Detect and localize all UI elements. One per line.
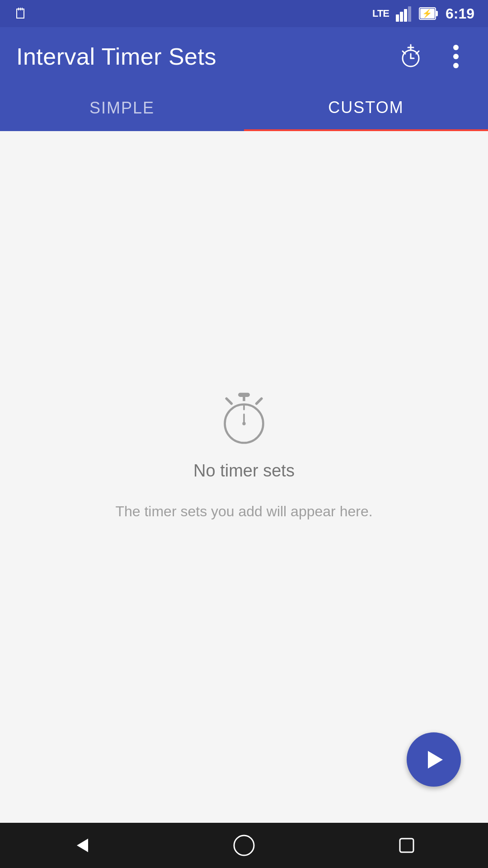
bottom-nav bbox=[0, 823, 488, 868]
home-button[interactable] bbox=[226, 827, 262, 863]
svg-rect-3 bbox=[408, 6, 411, 22]
status-time: 6:19 bbox=[446, 5, 474, 22]
status-icons-right: LTE ⚡ 6:19 bbox=[372, 5, 474, 22]
svg-point-16 bbox=[453, 54, 459, 59]
svg-rect-0 bbox=[396, 14, 399, 22]
content-area: No timer sets The timer sets you add wil… bbox=[0, 131, 488, 823]
battery-icon: ⚡ bbox=[419, 5, 439, 22]
more-options-button[interactable] bbox=[440, 41, 472, 72]
svg-line-21 bbox=[257, 399, 262, 404]
svg-rect-1 bbox=[400, 12, 403, 22]
tab-simple[interactable]: SIMPLE bbox=[0, 86, 244, 131]
notepad-icon: 🗒 bbox=[14, 5, 28, 22]
svg-rect-2 bbox=[404, 9, 407, 22]
add-alarm-icon bbox=[398, 44, 423, 69]
app-bar-actions bbox=[395, 41, 472, 72]
signal-icon bbox=[396, 5, 412, 22]
svg-text:⚡: ⚡ bbox=[422, 9, 432, 19]
play-icon bbox=[422, 747, 446, 772]
timer-icon-container bbox=[215, 389, 273, 448]
tab-custom[interactable]: CUSTOM bbox=[244, 86, 488, 131]
svg-line-14 bbox=[416, 51, 419, 54]
svg-rect-6 bbox=[436, 11, 438, 16]
back-button[interactable] bbox=[63, 827, 99, 863]
svg-rect-29 bbox=[400, 839, 413, 852]
svg-point-28 bbox=[234, 835, 254, 855]
svg-point-25 bbox=[242, 422, 245, 425]
add-timer-button[interactable] bbox=[395, 41, 427, 72]
svg-marker-26 bbox=[428, 751, 443, 769]
tabs: SIMPLE CUSTOM bbox=[0, 86, 488, 131]
empty-state: No timer sets The timer sets you add wil… bbox=[115, 389, 372, 520]
play-fab-button[interactable] bbox=[407, 732, 461, 787]
empty-state-subtitle: The timer sets you add will appear here. bbox=[115, 503, 372, 520]
svg-point-15 bbox=[453, 45, 459, 50]
app-bar: Interval Timer Sets bbox=[0, 27, 488, 86]
svg-line-20 bbox=[226, 399, 231, 404]
more-vert-icon bbox=[453, 45, 459, 68]
svg-marker-27 bbox=[77, 839, 88, 852]
home-icon bbox=[233, 834, 255, 857]
status-bar: 🗒 LTE ⚡ 6:19 bbox=[0, 0, 488, 27]
stopwatch-icon bbox=[217, 391, 271, 445]
recents-icon bbox=[395, 834, 418, 857]
lte-icon: LTE bbox=[372, 8, 389, 19]
svg-rect-18 bbox=[238, 393, 250, 397]
svg-point-17 bbox=[453, 63, 459, 68]
back-icon bbox=[70, 834, 93, 857]
no-timer-label: No timer sets bbox=[193, 461, 295, 481]
status-bar-left: 🗒 bbox=[14, 0, 28, 27]
recents-button[interactable] bbox=[389, 827, 425, 863]
svg-line-13 bbox=[403, 51, 405, 54]
app-title: Interval Timer Sets bbox=[16, 43, 216, 70]
